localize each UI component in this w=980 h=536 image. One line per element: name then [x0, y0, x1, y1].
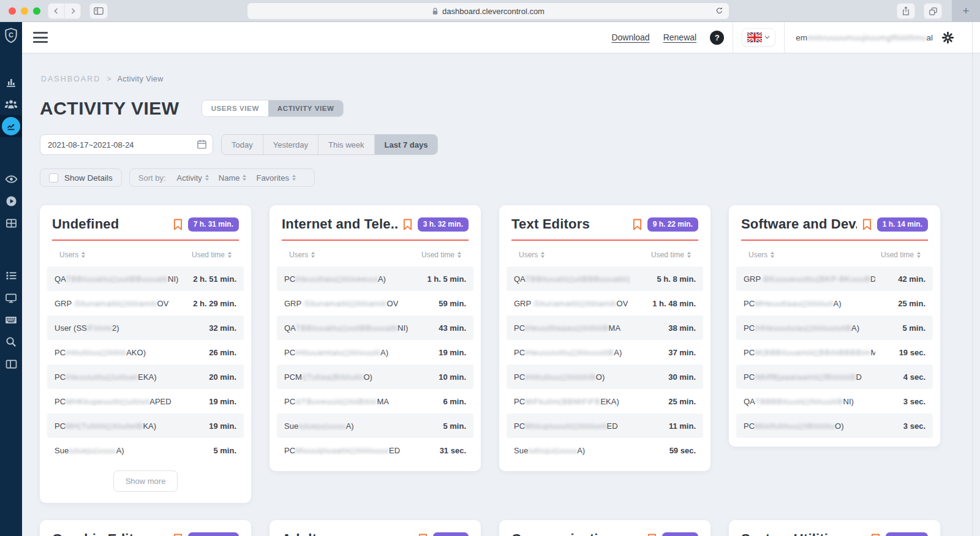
sidebar-item-activity-view[interactable]	[0, 115, 22, 137]
quick-range-yesterday[interactable]: Yesterday	[263, 135, 318, 154]
user-activity-row[interactable]: PCMH(Tuliitiii((itiiuitetBKA)19 min.	[47, 413, 244, 438]
help-button[interactable]: ?	[710, 31, 724, 45]
language-selector[interactable]	[742, 28, 775, 47]
user-activity-row[interactable]: PCMiFkulim(BBMiFiFBEKA)25 min.	[507, 389, 703, 413]
quick-range-last-7-days[interactable]: Last 7 days	[374, 135, 438, 154]
users-column-header[interactable]: Users	[519, 251, 545, 259]
user-activity-row[interactable]: QATBBiiuuattu((uuitBBuuuattiNI)2 h. 51 m…	[47, 266, 244, 291]
settings-button[interactable]	[941, 31, 954, 44]
sort-option-activity[interactable]: Activity	[177, 173, 209, 183]
user-activity-row[interactable]: PCiHeuuilttaaau((itiiitiiiiBMA38 min.	[507, 315, 703, 340]
bookmark-icon[interactable]	[173, 534, 183, 536]
bookmark-icon[interactable]	[862, 219, 872, 230]
user-name-redacted: M(BBBituuamiii((BBitiiBBBBim	[755, 348, 871, 357]
user-activity-row[interactable]: GRP-Situnamaitii((ititiiamitiOV59 min.	[277, 291, 473, 315]
user-activity-row[interactable]: Sueiutiiujui(uuuuA)59 sec.	[507, 438, 703, 462]
sidebar-item-users[interactable]	[0, 93, 22, 115]
user-activity-row[interactable]: PCiHituliiiuu((itiiliitiAKO)26 min.	[47, 340, 244, 364]
renewal-link[interactable]: Renewal	[663, 32, 696, 42]
date-range-input[interactable]	[40, 134, 213, 155]
user-name-redacted: iutiiujui(uuuu	[528, 446, 577, 455]
sort-option-name[interactable]: Name	[219, 173, 247, 183]
scrollbar-track[interactable]	[972, 22, 973, 536]
quick-range-this-week[interactable]: This week	[318, 135, 374, 154]
user-activity-row[interactable]: Sueiutueju(uuuuA)5 min.	[277, 413, 473, 438]
app-logo[interactable]: C	[4, 28, 18, 43]
user-name: PCM(BBBituuamiii((BBitiiBBBBimMA	[744, 348, 875, 357]
used-time-column-header[interactable]: Used time	[881, 251, 921, 259]
bookmark-icon[interactable]	[173, 219, 183, 230]
share-button[interactable]	[897, 3, 915, 19]
tab-overview-button[interactable]	[924, 3, 942, 19]
user-activity-row[interactable]: GRP-Situnamaitii((ititiiamitiOV2 h. 29 m…	[47, 291, 244, 315]
download-link[interactable]: Download	[611, 32, 649, 42]
bookmark-icon[interactable]	[633, 219, 642, 230]
user-activity-row[interactable]: QATBBituuatii((uitBBBuuuattii)5 h. 8 min…	[507, 266, 703, 291]
user-activity-row[interactable]: PCiHeuuiltaiu((itiiiveeuuiA)1 h. 5 min.	[277, 266, 473, 291]
menu-button[interactable]	[33, 32, 48, 43]
breadcrumb-dashboard[interactable]: DASHBOARD	[41, 75, 100, 83]
sidebar-item-recordings[interactable]	[0, 190, 22, 212]
show-more-button[interactable]: Show more	[113, 470, 178, 492]
sidebar-item-screens[interactable]	[0, 287, 22, 309]
sidebar-item-statistics[interactable]	[0, 71, 22, 93]
sidebar-item-logs[interactable]	[0, 265, 22, 287]
sidebar-item-split-view[interactable]	[0, 353, 22, 375]
address-bar[interactable]: dashboard.clevercontrol.com	[247, 3, 729, 19]
user-activity-row[interactable]: PCiHeuuuiuittu((itiiiuuuiitBA)37 min.	[507, 340, 703, 364]
user-activity-row[interactable]: PCMiuuuijiiuaaitii((itiiiiiiuuuiED31 sec…	[277, 438, 473, 462]
users-column-header[interactable]: Users	[59, 251, 85, 259]
quick-range-today[interactable]: Today	[222, 135, 263, 154]
user-activity-row[interactable]: PCiMiiffBjaaataamii((fBiiiiiiiiiBD4 sec.	[736, 364, 933, 389]
users-column-header[interactable]: Users	[748, 251, 774, 259]
sidebar-item-reports[interactable]	[0, 212, 22, 234]
user-activity-row[interactable]: GRP-Situnamaitii((ititiiamitiOV1 h. 48 m…	[507, 291, 703, 315]
forward-button[interactable]	[64, 3, 81, 19]
view-toggle-activity-view[interactable]: ACTIVITY VIEW	[268, 100, 344, 116]
close-window-button[interactable]	[9, 7, 16, 15]
user-activity-row[interactable]: GRP-BKuuuwuuttiu(BKP-BKuuuBDV42 min.	[736, 266, 933, 291]
user-activity-row[interactable]: PCMiiiiupiuuuiii((itiiiiiuvitED11 min.	[507, 413, 703, 438]
users-column-header[interactable]: Users	[289, 251, 315, 259]
user-activity-row[interactable]: PCiHituuamtaiu((itiiivuuitiA)19 min.	[277, 340, 473, 364]
bookmark-icon[interactable]	[418, 534, 428, 536]
sort-option-favorites[interactable]: Favorites	[256, 173, 295, 183]
sidebar-item-search[interactable]	[0, 331, 22, 353]
user-name-redacted: MHeuuttaau((itiiiiiiuit	[755, 299, 834, 308]
user-activity-row[interactable]: PCMHKkupeuuitti((uitiivitAPED19 min.	[47, 389, 244, 413]
user-activity-row[interactable]: Sueiutueju(uuuuA)5 min.	[47, 438, 244, 462]
sidebar-item-keystrokes[interactable]	[0, 309, 22, 331]
user-name-visible: O)	[596, 372, 605, 382]
zoom-window-button[interactable]	[33, 7, 40, 15]
minimize-window-button[interactable]	[21, 7, 28, 15]
user-activity-row[interactable]: QATBBiiuuattu((uuitBBuuuattiNI)43 min.	[277, 315, 473, 340]
used-time-column-header[interactable]: Used time	[651, 251, 691, 259]
total-time-badge: 1 h. 14 min.	[877, 217, 928, 232]
user-activity-row[interactable]: PCiiiTBuveuuiii((itiiiBitiiiiMA6 min.	[277, 389, 473, 413]
user-activity-row[interactable]: PCiHittuliiuu((itiiiiiitiiBO)30 min.	[507, 364, 703, 389]
used-time-column-header[interactable]: Used time	[421, 251, 461, 259]
bookmark-icon[interactable]	[403, 219, 412, 230]
sidebar-toggle-button[interactable]	[89, 3, 108, 19]
user-activity-row[interactable]: QATBBBBituuiii((ifiiiiuuiiiBNI)3 sec.	[736, 389, 933, 413]
user-activity-row[interactable]: PCMiiiiifuliituu((itBiiiiiiiiuO)3 sec.	[736, 413, 933, 438]
user-activity-row[interactable]: PCiHeuuiuittu((iuitiuetEKA)20 min.	[47, 364, 244, 389]
activity-chart-icon	[6, 121, 17, 132]
bookmark-icon[interactable]	[871, 534, 880, 536]
sidebar-item-live-view[interactable]	[0, 168, 22, 190]
user-activity-row[interactable]: User (SSiFimmi2)32 min.	[47, 315, 244, 340]
back-button[interactable]	[48, 3, 64, 19]
user-activity-row[interactable]: PCM(BBBituuamiii((BBitiiBBBBimMA19 sec.	[736, 340, 933, 364]
bookmark-icon[interactable]	[647, 534, 657, 536]
user-name-visible: OV	[157, 299, 169, 308]
reload-button[interactable]	[715, 6, 724, 15]
used-time-column-header[interactable]: Used time	[192, 251, 232, 259]
user-activity-row[interactable]: PCiHHeuuuiuiau((itiiiiuuiuitBA)5 min.	[736, 315, 933, 340]
account-email[interactable]: emmiitnuuuumuujiiuumgffiiiiitfimual	[796, 33, 933, 42]
new-tab-button[interactable]: +	[952, 0, 980, 22]
user-name-redacted: iiiTBuveuuiii((itiiiBitiiii	[295, 397, 377, 406]
show-details-checkbox[interactable]	[49, 173, 58, 183]
user-activity-row[interactable]: PCMi(Tultaa(BitiiiuitiiO)10 min.	[277, 364, 473, 389]
user-activity-row[interactable]: PCMHeuuttaau((itiiiiiiuitA)25 min.	[736, 291, 933, 315]
view-toggle-users-view[interactable]: USERS VIEW	[202, 100, 268, 116]
